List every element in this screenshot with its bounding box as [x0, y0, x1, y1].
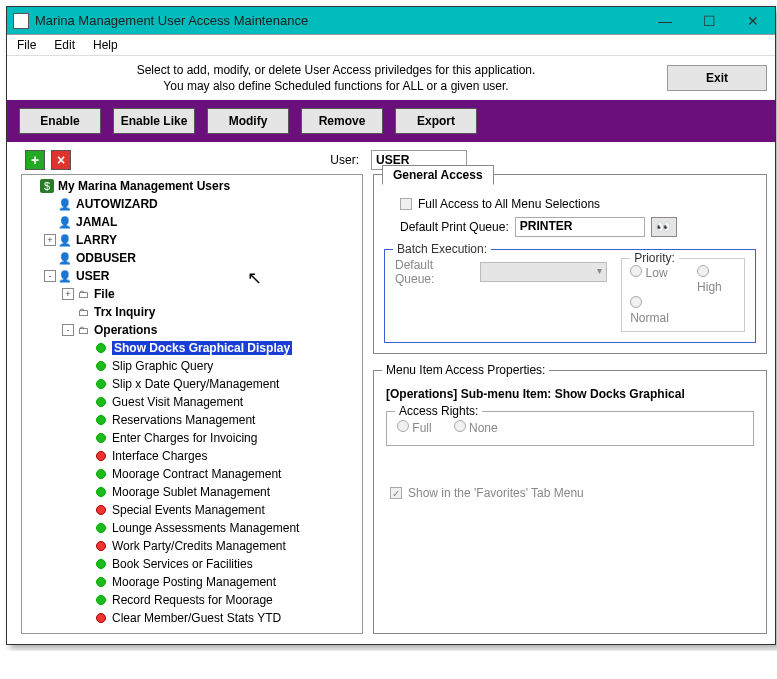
- tree-item[interactable]: +Guest Visit Management: [22, 393, 362, 411]
- tree-item[interactable]: +Lounge Assessments Management: [22, 519, 362, 537]
- access-none-radio: [454, 420, 466, 432]
- add-icon-button[interactable]: +: [25, 150, 45, 170]
- tree-item-label: Moorage Contract Management: [112, 467, 281, 481]
- tree-expander[interactable]: -: [62, 324, 74, 336]
- menu-item-props-legend: Menu Item Access Properties:: [382, 363, 549, 377]
- menu-file[interactable]: File: [17, 38, 36, 52]
- tree-item[interactable]: +Book Services or Facilities: [22, 555, 362, 573]
- access-rights-legend: Access Rights:: [395, 404, 482, 418]
- status-dot-green-icon: [94, 593, 108, 607]
- lookup-print-queue-button[interactable]: 👀: [651, 217, 677, 237]
- enable-button[interactable]: Enable: [19, 108, 101, 134]
- status-dot-green-icon: [94, 341, 108, 355]
- tree-item-label: JAMAL: [76, 215, 117, 229]
- menu-edit[interactable]: Edit: [54, 38, 75, 52]
- tree-item[interactable]: +👤LARRY: [22, 231, 362, 249]
- maximize-button[interactable]: ☐: [687, 8, 731, 34]
- tree-item-label: ODBUSER: [76, 251, 136, 265]
- tree-expander[interactable]: -: [44, 270, 56, 282]
- tree-item[interactable]: -🗀Operations: [22, 321, 362, 339]
- status-dot-red-icon: [94, 503, 108, 517]
- minimize-button[interactable]: —: [643, 8, 687, 34]
- full-access-label: Full Access to All Menu Selections: [418, 197, 600, 211]
- tree-item-label: Interface Charges: [112, 449, 207, 463]
- full-access-checkbox[interactable]: [400, 198, 412, 210]
- status-dot-green-icon: [94, 575, 108, 589]
- tree-item[interactable]: +Show Docks Graphical Display: [22, 339, 362, 357]
- priority-low-radio: [630, 265, 642, 277]
- user-icon: 👤: [58, 215, 72, 229]
- default-print-queue-label: Default Print Queue:: [400, 220, 509, 234]
- enable-like-button[interactable]: Enable Like: [113, 108, 195, 134]
- tree-item-label: Clear Member/Guest Stats YTD: [112, 611, 281, 625]
- tree-item-label: Work Party/Credits Management: [112, 539, 286, 553]
- favorites-label: Show in the 'Favorites' Tab Menu: [408, 486, 584, 500]
- title-bar: Marina Management User Access Maintenanc…: [7, 7, 775, 35]
- default-queue-label: Default Queue:: [395, 258, 474, 286]
- instructions-row: Select to add, modify, or delete User Ac…: [7, 56, 775, 100]
- tree-item[interactable]: +Record Requests for Moorage: [22, 591, 362, 609]
- tree-expander[interactable]: +: [62, 288, 74, 300]
- exit-button[interactable]: Exit: [667, 65, 767, 91]
- user-label: User:: [330, 153, 359, 167]
- menu-item-props-box: Menu Item Access Properties: [Operations…: [373, 370, 767, 634]
- tree-item-label: Book Services or Facilities: [112, 557, 253, 571]
- tree-item[interactable]: +👤ODBUSER: [22, 249, 362, 267]
- main-area: +$My Marina Management Users+👤AUTOWIZARD…: [7, 174, 775, 644]
- remove-button[interactable]: Remove: [301, 108, 383, 134]
- tree-item[interactable]: +Reservations Management: [22, 411, 362, 429]
- default-print-queue-input[interactable]: PRINTER: [515, 217, 645, 237]
- tree-item[interactable]: +🗀File: [22, 285, 362, 303]
- tab-general-access[interactable]: General Access: [382, 165, 494, 185]
- folder-icon: 🗀: [76, 323, 90, 337]
- tree-item[interactable]: +👤AUTOWIZARD: [22, 195, 362, 213]
- menu-help[interactable]: Help: [93, 38, 118, 52]
- tree-item-label: Special Events Management: [112, 503, 265, 517]
- app-icon: [13, 13, 29, 29]
- modify-button[interactable]: Modify: [207, 108, 289, 134]
- status-dot-green-icon: [94, 557, 108, 571]
- user-icon: 👤: [58, 233, 72, 247]
- status-dot-green-icon: [94, 485, 108, 499]
- tree-item-label: File: [94, 287, 115, 301]
- tree-item[interactable]: +Slip x Date Query/Management: [22, 375, 362, 393]
- tree-item[interactable]: +Work Party/Credits Management: [22, 537, 362, 555]
- status-dot-red-icon: [94, 539, 108, 553]
- access-full-radio: [397, 420, 409, 432]
- action-bar: Enable Enable Like Modify Remove Export: [7, 100, 775, 142]
- tree-item[interactable]: +Interface Charges: [22, 447, 362, 465]
- status-dot-green-icon: [94, 431, 108, 445]
- tree-item[interactable]: +$My Marina Management Users: [22, 177, 362, 195]
- folder-icon: 🗀: [76, 287, 90, 301]
- binoculars-icon: 👀: [656, 220, 671, 234]
- tree-item[interactable]: +Clear Member/Guest Stats YTD: [22, 609, 362, 627]
- tree-item[interactable]: +Moorage Posting Management: [22, 573, 362, 591]
- close-button[interactable]: ✕: [731, 8, 775, 34]
- delete-icon-button[interactable]: ×: [51, 150, 71, 170]
- batch-legend: Batch Execution:: [393, 242, 491, 256]
- tree-item[interactable]: -👤USER: [22, 267, 362, 285]
- tree-item-label: LARRY: [76, 233, 117, 247]
- tree-item[interactable]: +Slip Graphic Query: [22, 357, 362, 375]
- tree-item[interactable]: +🗀Trx Inquiry: [22, 303, 362, 321]
- general-access-box: General Access Full Access to All Menu S…: [373, 174, 767, 354]
- user-icon: 👤: [58, 251, 72, 265]
- tree-item-label: Lounge Assessments Management: [112, 521, 299, 535]
- tree-item-label: Slip Graphic Query: [112, 359, 213, 373]
- folder-icon: 🗀: [76, 305, 90, 319]
- tree-item[interactable]: +Moorage Contract Management: [22, 465, 362, 483]
- status-dot-green-icon: [94, 413, 108, 427]
- tree-item[interactable]: +Special Events Management: [22, 501, 362, 519]
- status-dot-green-icon: [94, 395, 108, 409]
- tree-item-label: USER: [76, 269, 109, 283]
- tree-item[interactable]: +👤JAMAL: [22, 213, 362, 231]
- tree-item[interactable]: +Moorage Sublet Management: [22, 483, 362, 501]
- tree-panel[interactable]: +$My Marina Management Users+👤AUTOWIZARD…: [21, 174, 363, 634]
- tree-expander[interactable]: +: [44, 234, 56, 246]
- tree-item-label: Show Docks Graphical Display: [112, 341, 292, 355]
- favorites-checkbox: ✓: [390, 487, 402, 499]
- export-button[interactable]: Export: [395, 108, 477, 134]
- tree-item-label: Guest Visit Management: [112, 395, 243, 409]
- tree-item-label: Moorage Sublet Management: [112, 485, 270, 499]
- tree-item[interactable]: +Enter Charges for Invoicing: [22, 429, 362, 447]
